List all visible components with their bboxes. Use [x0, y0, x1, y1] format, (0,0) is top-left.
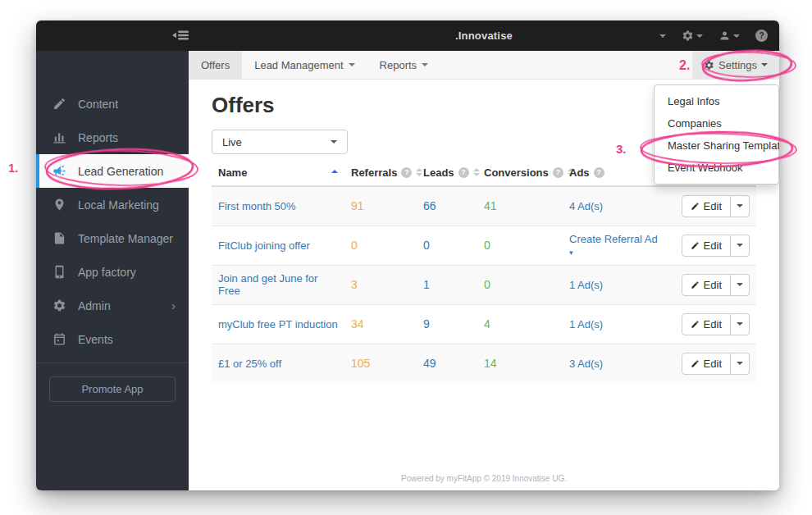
offer-name-link[interactable]: First month 50% — [218, 200, 296, 212]
tab-offers[interactable]: Offers — [189, 51, 242, 79]
main-area: Offers Lead Management Reports Settings — [189, 51, 779, 490]
sidebar-item-local-marketing[interactable]: Local Marketing — [36, 188, 189, 221]
sidebar-item-content[interactable]: Content — [36, 87, 189, 121]
edit-dropdown-button[interactable] — [731, 195, 750, 217]
sidebar-item-events[interactable]: Events — [36, 322, 189, 356]
sort-icon — [416, 168, 422, 176]
edit-button-group: Edit — [682, 195, 750, 217]
edit-button[interactable]: Edit — [682, 274, 731, 296]
megaphone-icon — [52, 164, 66, 178]
pencil-icon — [691, 280, 700, 289]
edit-label: Edit — [704, 200, 722, 212]
status-filter-select[interactable]: Live — [212, 130, 348, 154]
column-label: Conversions — [484, 166, 549, 179]
referrals-value: 34 — [351, 317, 364, 330]
help-icon[interactable]: ? — [458, 167, 469, 178]
topbar-actions: ? — [659, 21, 768, 51]
edit-dropdown-button[interactable] — [731, 274, 750, 296]
edit-label: Edit — [704, 279, 722, 291]
topbar: .Innovatise ? — [36, 21, 779, 51]
conversions-value: 4 — [484, 317, 490, 330]
offer-name-link[interactable]: £1 or 25% off — [218, 358, 281, 370]
sidebar: Content Reports Lead Generation — [36, 51, 189, 490]
edit-label: Edit — [704, 239, 722, 252]
create-referral-ad-link[interactable]: Create Referral Ad — [569, 233, 658, 245]
edit-dropdown-button[interactable] — [731, 235, 750, 257]
status-filter-value: Live — [222, 136, 242, 148]
table-row: Join and get June for Free 3 1 0 1 Ad(s) — [212, 265, 756, 304]
sidebar-item-reports[interactable]: Reports — [36, 121, 189, 154]
sidebar-collapse-icon[interactable] — [172, 29, 190, 42]
topbar-dropdown-caret-icon[interactable] — [659, 34, 666, 38]
table-row: First month 50% 91 66 41 4 Ad(s) — [212, 186, 756, 226]
edit-dropdown-button[interactable] — [731, 313, 750, 335]
edit-dropdown-button[interactable] — [731, 353, 750, 375]
edit-button[interactable]: Edit — [682, 353, 731, 375]
edit-button-group: Edit — [682, 353, 750, 375]
ads-link[interactable]: 1 Ad(s) — [569, 318, 603, 330]
help-icon[interactable]: ? — [594, 167, 604, 178]
conversions-value: 0 — [484, 278, 490, 291]
tab-label: Offers — [201, 59, 230, 71]
offer-name-link[interactable]: FitClub joining offer — [218, 239, 310, 252]
sort-ascending-icon — [331, 170, 338, 173]
topbar-gear-icon[interactable] — [682, 30, 703, 42]
tab-lead-management[interactable]: Lead Management — [242, 51, 367, 79]
edit-button[interactable]: Edit — [682, 235, 731, 257]
offers-table: Name Referrals ? — [212, 160, 756, 383]
edit-label: Edit — [704, 358, 722, 370]
settings-dropdown-button[interactable]: Settings — [692, 51, 779, 79]
menu-item-legal-infos[interactable]: Legal Infos — [655, 90, 778, 112]
sidebar-item-lead-generation[interactable]: Lead Generation — [36, 154, 189, 188]
ads-link[interactable]: 3 Ad(s) — [569, 358, 603, 370]
help-icon[interactable]: ? — [401, 167, 412, 178]
column-header-name[interactable]: Name — [212, 160, 344, 186]
caret-down-icon — [761, 63, 768, 66]
sort-icon — [473, 168, 480, 176]
conversions-value: 14 — [484, 357, 497, 370]
ads-link[interactable]: 4 Ad(s) — [569, 200, 603, 212]
menu-item-companies[interactable]: Companies — [655, 112, 778, 134]
offer-name-link[interactable]: Join and get June for Free — [218, 272, 317, 297]
referrals-value: 0 — [351, 239, 358, 252]
sidebar-item-label: Events — [78, 333, 113, 346]
conversions-value: 41 — [484, 199, 497, 212]
sidebar-item-label: Admin — [78, 299, 111, 312]
sidebar-item-app-factory[interactable]: App factory — [36, 255, 189, 289]
table-row: myClub free PT induction 34 9 4 1 Ad(s) — [212, 304, 756, 344]
referrals-value: 3 — [351, 278, 358, 291]
topbar-help-icon[interactable]: ? — [755, 30, 768, 42]
offer-name-link[interactable]: myClub free PT induction — [218, 318, 338, 330]
gear-icon — [52, 299, 66, 312]
page: .Innovatise ? — [0, 0, 812, 515]
sidebar-item-admin[interactable]: Admin › — [36, 289, 189, 322]
pencil-icon — [691, 359, 700, 368]
sidebar-item-template-manager[interactable]: Template Manager — [36, 221, 189, 255]
edit-button[interactable]: Edit — [682, 313, 731, 335]
sidebar-item-label: App factory — [78, 266, 136, 279]
pencil-icon — [691, 241, 700, 250]
map-pin-icon — [52, 198, 66, 212]
menu-item-event-webhook[interactable]: Event Webhook — [655, 157, 778, 179]
promote-app-button[interactable]: Promote App — [49, 376, 176, 402]
conversions-value: 0 — [484, 239, 490, 252]
column-label: Leads — [423, 166, 454, 179]
column-header-referrals[interactable]: Referrals ? — [344, 160, 417, 186]
column-label: Referrals — [351, 166, 397, 179]
column-header-leads[interactable]: Leads ? — [417, 160, 477, 186]
ads-link[interactable]: 1 Ad(s) — [569, 279, 603, 291]
column-header-conversions[interactable]: Conversions ? — [477, 160, 563, 186]
leads-value: 0 — [423, 239, 430, 252]
topbar-user-icon[interactable] — [718, 30, 740, 42]
edit-button[interactable]: Edit — [682, 195, 731, 217]
calendar-icon — [52, 332, 66, 346]
caret-down-icon — [349, 63, 355, 66]
chevron-right-icon: › — [171, 299, 176, 312]
menu-item-master-sharing-templates[interactable]: Master Sharing Templates — [655, 134, 778, 157]
tab-reports[interactable]: Reports — [367, 51, 441, 79]
gear-icon — [704, 60, 714, 71]
caret-down-icon: ▾ — [569, 248, 573, 257]
help-icon[interactable]: ? — [553, 167, 563, 178]
annotation-step-1: 1. — [8, 161, 19, 175]
sidebar-item-label: Local Marketing — [78, 198, 159, 212]
